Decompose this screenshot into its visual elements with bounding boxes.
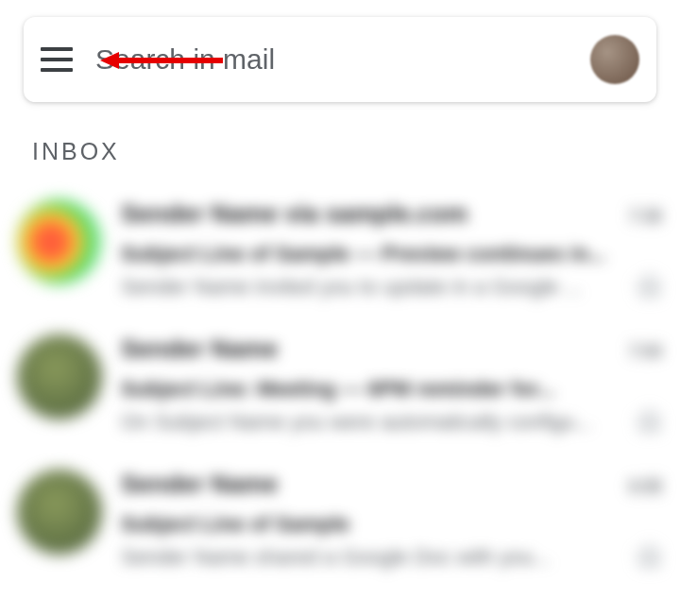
search-input[interactable] <box>95 43 590 76</box>
email-subject: Subject Line: Meeting — 6PM reminder for… <box>121 377 663 402</box>
email-list: Sender Name via sample.com 7:30 Subject … <box>0 182 680 588</box>
email-content: Sender Name via sample.com 7:30 Subject … <box>121 199 663 300</box>
star-icon[interactable] <box>637 274 663 300</box>
sender-avatar <box>17 199 102 284</box>
email-time: 7:30 <box>629 207 663 227</box>
email-sender: Sender Name <box>121 470 278 499</box>
star-icon[interactable] <box>637 409 663 436</box>
email-item[interactable]: Sender Name 7:04 Subject Line: Meeting —… <box>9 317 671 453</box>
svg-marker-2 <box>638 546 660 567</box>
email-content: Sender Name 7:04 Subject Line: Meeting —… <box>121 334 663 436</box>
email-time: 6:55 <box>629 477 663 497</box>
profile-avatar[interactable] <box>590 35 639 84</box>
section-label-inbox: INBOX <box>32 138 680 165</box>
email-subject: Subject Line of Sample — Preview continu… <box>121 242 663 266</box>
email-item[interactable]: Sender Name 6:55 Subject Line of Sample … <box>9 453 671 588</box>
email-preview: On Subject Name you were automatically c… <box>121 410 625 435</box>
search-bar <box>24 17 656 102</box>
email-sender: Sender Name via sample.com <box>121 199 468 229</box>
svg-marker-0 <box>638 276 660 297</box>
email-subject: Subject Line of Sample <box>121 512 663 537</box>
sender-avatar <box>17 334 102 419</box>
email-sender: Sender Name <box>121 334 278 364</box>
email-content: Sender Name 6:55 Subject Line of Sample … <box>121 470 663 571</box>
svg-marker-1 <box>638 411 660 432</box>
email-time: 7:04 <box>629 342 663 362</box>
email-item[interactable]: Sender Name via sample.com 7:30 Subject … <box>9 182 671 317</box>
email-preview: Sender Name invited you to update in a G… <box>121 275 625 299</box>
star-icon[interactable] <box>637 544 663 571</box>
sender-avatar <box>17 470 102 555</box>
hamburger-menu-icon[interactable] <box>41 47 73 72</box>
email-preview: Sender Name shared a Google Doc with you… <box>121 545 625 570</box>
